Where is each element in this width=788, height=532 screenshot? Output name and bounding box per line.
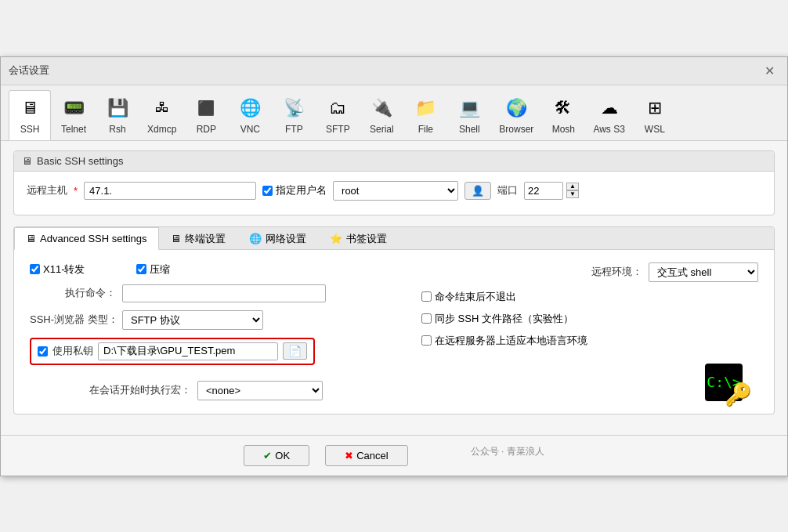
telnet-icon: 📟 xyxy=(60,94,88,122)
main-window: 会话设置 ✕ 🖥 SSH 📟 Telnet 💾 Rsh 🖧 Xdmcp ⬛ RD… xyxy=(0,56,788,476)
port-up-btn[interactable]: ▲ xyxy=(566,183,579,190)
proto-tab-shell[interactable]: 💻 Shell xyxy=(448,90,490,140)
proto-tab-xdmcp[interactable]: 🖧 Xdmcp xyxy=(140,90,183,140)
use-private-key-checkbox[interactable] xyxy=(38,346,48,356)
key-icon: 🔑 xyxy=(725,382,752,407)
wsl-icon: ⊞ xyxy=(641,94,669,122)
ssh-browser-label: SSH-浏览器 类型： xyxy=(30,313,116,327)
proto-tab-serial[interactable]: 🔌 Serial xyxy=(360,90,403,140)
proto-tab-rsh[interactable]: 💾 Rsh xyxy=(96,90,139,140)
ftp-icon: 📡 xyxy=(280,94,308,122)
rsh-icon: 💾 xyxy=(103,94,132,122)
proto-tab-browser[interactable]: 🌍 Browser xyxy=(492,90,540,140)
port-spinner: ▲ ▼ xyxy=(566,183,579,198)
serial-icon: 🔌 xyxy=(367,94,396,122)
ok-icon: ✔ xyxy=(263,450,272,461)
no-exit-checkbox[interactable] xyxy=(421,291,432,302)
remote-env-label: 远程环境： xyxy=(591,265,642,279)
locale-label[interactable]: 在远程服务器上适应本地语言环境 xyxy=(421,334,587,348)
compress-label[interactable]: 压缩 xyxy=(136,262,170,277)
titlebar: 会话设置 ✕ xyxy=(1,57,787,85)
private-key-box: 使用私钥 📄 xyxy=(30,338,315,365)
tab-terminal[interactable]: 🖥 终端设置 xyxy=(159,227,237,250)
port-input[interactable] xyxy=(524,182,563,200)
close-button[interactable]: ✕ xyxy=(760,62,779,80)
tab-advanced-ssh[interactable]: 🖥 Advanced SSH settings xyxy=(14,227,159,250)
no-exit-row: 命令结束后不退出 xyxy=(421,290,758,304)
remote-host-input[interactable] xyxy=(84,182,256,200)
proto-label-awss3: Aws S3 xyxy=(593,124,624,135)
sync-path-checkbox[interactable] xyxy=(421,313,432,324)
bookmark-tab-icon: ⭐ xyxy=(330,233,342,244)
proto-label-wsl: WSL xyxy=(645,124,665,135)
compress-checkbox[interactable] xyxy=(136,264,146,274)
tab-network[interactable]: 🌐 网络设置 xyxy=(237,227,318,250)
rdp-icon: ⬛ xyxy=(192,94,220,122)
ssh-browser-select[interactable]: SFTP 协议 SCP 协议 xyxy=(122,310,263,330)
proto-tab-telnet[interactable]: 📟 Telnet xyxy=(52,90,95,140)
sync-path-label[interactable]: 同步 SSH 文件路径（实验性） xyxy=(421,312,573,326)
proto-tab-wsl[interactable]: ⊞ WSL xyxy=(634,90,676,140)
private-key-row: 使用私钥 📄 xyxy=(30,338,382,365)
proto-tab-ftp[interactable]: 📡 FTP xyxy=(273,90,315,140)
no-exit-label[interactable]: 命令结束后不退出 xyxy=(421,290,516,304)
shell-icon: 💻 xyxy=(455,94,483,122)
proto-label-ssh: SSH xyxy=(20,124,40,135)
ok-label: OK xyxy=(275,450,290,461)
macro-select[interactable]: <none> xyxy=(197,381,323,400)
proto-tab-mosh[interactable]: 🛠 Mosh xyxy=(542,90,584,140)
advanced-tab-label: Advanced SSH settings xyxy=(40,233,147,244)
button-bar: ✔ OK ✖ Cancel 公众号 · 青菜浪人 xyxy=(1,435,787,476)
adv-right-col: 远程环境： 交互式 shell 不设置环境 自定义 命令结束后不退出 xyxy=(406,262,758,401)
remote-env-row: 远程环境： 交互式 shell 不设置环境 自定义 xyxy=(406,262,758,282)
x11-compress-row: X11-转发 压缩 xyxy=(30,262,382,277)
specify-username-label[interactable]: 指定用户名 xyxy=(262,183,327,197)
cancel-label: Cancel xyxy=(356,450,388,461)
advanced-body: X11-转发 压缩 执行命令： xyxy=(14,250,774,414)
tab-bookmark[interactable]: ⭐ 书签设置 xyxy=(318,227,399,250)
browse-key-btn[interactable]: 📄 xyxy=(283,342,307,360)
adv-left-col: X11-转发 压缩 执行命令： xyxy=(30,262,382,401)
protocol-bar: 🖥 SSH 📟 Telnet 💾 Rsh 🖧 Xdmcp ⬛ RDP 🌐 VNC… xyxy=(1,85,787,141)
proto-tab-sftp[interactable]: 🗂 SFTP xyxy=(316,90,359,140)
specify-username-checkbox[interactable] xyxy=(262,186,273,196)
proto-tab-ssh[interactable]: 🖥 SSH xyxy=(9,90,51,140)
remote-host-label: 远程主机 xyxy=(27,183,67,197)
basic-settings-title: Basic SSH settings xyxy=(37,155,124,167)
network-tab-icon: 🌐 xyxy=(249,233,262,244)
exec-cmd-input[interactable] xyxy=(122,284,326,302)
cancel-button[interactable]: ✖ Cancel xyxy=(325,445,407,466)
basic-settings-header: 🖥 Basic SSH settings xyxy=(14,151,774,172)
proto-label-ftp: FTP xyxy=(285,124,303,135)
proto-tab-awss3[interactable]: ☁ Aws S3 xyxy=(586,90,631,140)
username-extra-btn[interactable]: 👤 xyxy=(464,182,491,200)
proto-tab-rdp[interactable]: ⬛ RDP xyxy=(185,90,227,140)
advanced-tabs-row: 🖥 Advanced SSH settings 🖥 终端设置 🌐 网络设置 ⭐ … xyxy=(14,227,774,250)
proto-label-rdp: RDP xyxy=(197,124,216,135)
advanced-settings-panel: 🖥 Advanced SSH settings 🖥 终端设置 🌐 网络设置 ⭐ … xyxy=(13,226,775,414)
cancel-icon: ✖ xyxy=(345,450,353,461)
macro-row: 在会话开始时执行宏： <none> xyxy=(30,381,382,400)
port-down-btn[interactable]: ▼ xyxy=(566,190,579,198)
proto-label-serial: Serial xyxy=(370,124,394,135)
proto-label-rsh: Rsh xyxy=(109,124,125,135)
private-key-path-input[interactable] xyxy=(98,342,278,360)
x11-label[interactable]: X11-转发 xyxy=(30,262,85,277)
network-tab-label: 网络设置 xyxy=(266,232,306,246)
basic-settings-row: 远程主机 * 指定用户名 root 👤 端口 ▲ ▼ xyxy=(27,181,761,201)
x11-checkbox[interactable] xyxy=(30,264,40,274)
username-select[interactable]: root xyxy=(333,181,458,201)
required-star: * xyxy=(74,185,78,197)
ok-button[interactable]: ✔ OK xyxy=(244,445,309,466)
proto-tab-vnc[interactable]: 🌐 VNC xyxy=(229,90,271,140)
file-icon: 📁 xyxy=(411,94,439,122)
proto-label-mosh: Mosh xyxy=(552,124,575,135)
proto-label-telnet: Telnet xyxy=(61,124,86,135)
exec-cmd-label: 执行命令： xyxy=(30,286,116,300)
proto-tab-file[interactable]: 📁 File xyxy=(404,90,446,140)
locale-row: 在远程服务器上适应本地语言环境 xyxy=(421,334,758,348)
locale-checkbox[interactable] xyxy=(421,335,432,346)
watermark: 公众号 · 青菜浪人 xyxy=(471,445,544,466)
ssh-icon: 🖥 xyxy=(16,94,44,122)
remote-env-select[interactable]: 交互式 shell 不设置环境 自定义 xyxy=(649,262,758,282)
